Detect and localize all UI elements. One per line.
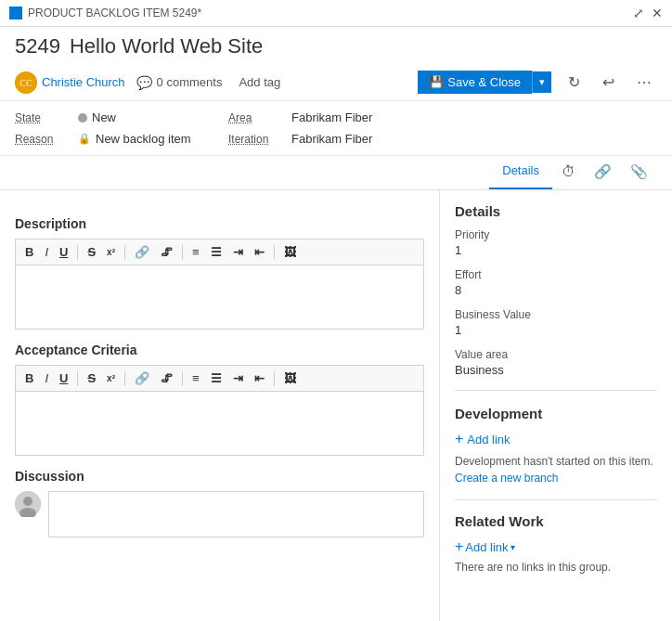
ac-bold-button[interactable]: B	[21, 369, 37, 387]
right-panel: Details Priority 1 Effort 8 Business Val…	[440, 190, 672, 621]
development-title: Development	[455, 406, 657, 421]
bold-button[interactable]: B	[21, 243, 37, 261]
underline-button[interactable]: U	[56, 243, 71, 261]
ac-italic-button[interactable]: I	[41, 369, 52, 387]
add-link-plus-icon: +	[455, 431, 463, 447]
ac-link2-button[interactable]: 🖇	[157, 369, 176, 387]
priority-field: Priority 1	[455, 228, 657, 257]
ac-ol-button[interactable]: ☰	[207, 369, 226, 387]
save-close-dropdown-button[interactable]: ▾	[532, 71, 551, 93]
business-value-field: Business Value 1	[455, 308, 657, 337]
meta-row: State New Reason 🔒 New backlog item Area…	[0, 101, 672, 156]
svg-text:CC: CC	[19, 78, 32, 88]
tab-details[interactable]: Details	[489, 156, 552, 189]
ac-image-button[interactable]: 🖼	[280, 369, 300, 387]
strikethrough-button[interactable]: S	[84, 243, 99, 261]
reason-value[interactable]: 🔒 New backlog item	[78, 132, 191, 146]
link2-button[interactable]: 🖇	[157, 243, 176, 261]
description-title: Description	[15, 216, 424, 231]
ac-toolbar-sep-1	[77, 371, 78, 386]
ac-superscript-button[interactable]: x²	[103, 371, 119, 385]
discussion-avatar	[15, 491, 41, 517]
state-label: State	[15, 111, 71, 124]
italic-button[interactable]: I	[41, 243, 52, 261]
effort-value[interactable]: 8	[455, 283, 657, 297]
ac-underline-button[interactable]: U	[56, 369, 71, 387]
actions-row: CC Christie Church 💬 0 comments Add tag …	[0, 64, 672, 101]
dev-add-link-label: Add link	[467, 433, 510, 446]
state-value[interactable]: New	[78, 110, 116, 124]
indent-button[interactable]: ⇥	[229, 243, 247, 261]
add-tag-button[interactable]: Add tag	[233, 73, 286, 91]
expand-icon[interactable]: ⤢	[633, 6, 644, 20]
close-icon[interactable]: ✕	[652, 6, 663, 20]
comments-label: 0 comments	[157, 75, 223, 89]
save-icon: 💾	[429, 75, 444, 89]
item-title-row: 5249 Hello World Web Site	[15, 34, 657, 58]
business-value-value[interactable]: 1	[455, 323, 657, 337]
effort-field: Effort 8	[455, 268, 657, 297]
ac-toolbar-sep-2	[124, 371, 125, 386]
superscript-button[interactable]: x²	[103, 245, 119, 259]
reason-field: Reason 🔒 New backlog item	[15, 132, 200, 146]
area-field: Area Fabrikam Fiber	[228, 110, 414, 124]
link1-button[interactable]: 🔗	[131, 243, 153, 261]
user-name[interactable]: Christie Church	[42, 75, 125, 89]
ul-button[interactable]: ≡	[188, 243, 203, 261]
comments-button[interactable]: 💬 0 comments	[136, 75, 223, 90]
save-close-label: Save & Close	[447, 75, 521, 89]
related-work-add-link-button[interactable]: + Add link ▾	[455, 538, 657, 555]
user-chip[interactable]: CC Christie Church	[15, 71, 125, 94]
tab-attachments[interactable]: 📎	[621, 156, 657, 189]
divider-1	[455, 390, 657, 391]
ac-indent-button[interactable]: ⇥	[229, 369, 247, 387]
ac-strikethrough-button[interactable]: S	[84, 369, 99, 387]
tab-history[interactable]: ⏱	[552, 156, 585, 189]
acceptance-criteria-section: Acceptance Criteria B I U S x² 🔗 🖇 ≡ ☰ ⇥…	[15, 343, 424, 456]
create-branch-link[interactable]: Create a new branch	[455, 472, 558, 485]
description-section: Description B I U S x² 🔗 🖇 ≡ ☰ ⇥ ⇤ 🖼	[15, 216, 424, 330]
value-area-value[interactable]: Business	[455, 363, 657, 377]
tab-links[interactable]: 🔗	[585, 156, 621, 189]
acceptance-criteria-editor[interactable]	[15, 391, 424, 456]
state-field: State New	[15, 110, 200, 124]
ol-button[interactable]: ☰	[207, 243, 226, 261]
discussion-input[interactable]	[48, 491, 424, 537]
comments-icon: 💬	[136, 75, 152, 90]
description-editor[interactable]	[15, 265, 424, 330]
related-add-link-label: Add link	[465, 540, 508, 554]
value-area-field: Value area Business	[455, 348, 657, 377]
svg-point-3	[23, 497, 32, 506]
toolbar-sep-3	[182, 245, 183, 260]
undo-button[interactable]: ↩	[597, 70, 620, 95]
save-close-button[interactable]: 💾 Save & Close	[418, 71, 532, 94]
more-options-button[interactable]: ⋯	[631, 70, 657, 95]
related-work-title: Related Work	[455, 513, 657, 529]
main-header: 5249 Hello World Web Site	[0, 27, 672, 58]
priority-value[interactable]: 1	[455, 243, 657, 257]
dev-description: Development hasn't started on this item.…	[455, 453, 657, 486]
iteration-field: Iteration Fabrikam Fiber	[228, 132, 414, 146]
meta-col-right: Area Fabrikam Fiber Iteration Fabrikam F…	[228, 110, 414, 146]
ac-ul-button[interactable]: ≡	[188, 369, 203, 387]
business-value-label: Business Value	[455, 308, 657, 321]
ac-outdent-button[interactable]: ⇤	[251, 369, 268, 387]
lock-icon: 🔒	[78, 133, 91, 145]
related-add-link-caret: ▾	[510, 542, 515, 552]
refresh-button[interactable]: ↻	[562, 70, 586, 95]
tabs-row: Details ⏱ 🔗 📎	[0, 156, 672, 190]
state-dot	[78, 113, 87, 123]
area-value[interactable]: Fabrikam Fiber	[291, 110, 372, 124]
outdent-button[interactable]: ⇤	[251, 243, 268, 261]
no-links-text: There are no links in this group.	[455, 561, 657, 574]
image-button[interactable]: 🖼	[280, 243, 300, 261]
item-name[interactable]: Hello World Web Site	[70, 34, 263, 58]
title-bar: PRODUCT BACKLOG ITEM 5249* ⤢ ✕	[0, 0, 672, 27]
iteration-label: Iteration	[228, 133, 284, 146]
ac-link1-button[interactable]: 🔗	[131, 369, 153, 387]
ac-toolbar-sep-4	[274, 371, 275, 386]
dev-add-link-button[interactable]: + Add link	[455, 431, 657, 447]
acceptance-criteria-toolbar: B I U S x² 🔗 🖇 ≡ ☰ ⇥ ⇤ 🖼	[15, 365, 424, 391]
iteration-value[interactable]: Fabrikam Fiber	[291, 132, 372, 146]
related-add-link-plus-icon: +	[455, 538, 463, 555]
